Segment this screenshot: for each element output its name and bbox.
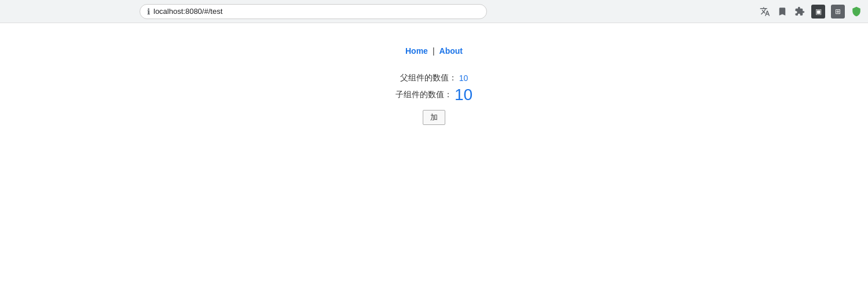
parent-value-number: 10 xyxy=(459,73,468,83)
child-value-row: 子组件的数值： 10 xyxy=(395,87,473,103)
address-text: localhost:8080/#/test xyxy=(153,7,479,16)
shield-icon[interactable] xyxy=(851,6,862,17)
browser-chrome: ℹ localhost:8080/#/test ▣ ⊞ xyxy=(0,0,868,23)
add-button[interactable]: 加 xyxy=(423,110,445,125)
about-link[interactable]: About xyxy=(440,46,463,56)
screenshot-icon[interactable]: ⊞ xyxy=(831,5,845,19)
parent-value-label: 父组件的数值： xyxy=(400,73,457,83)
info-icon: ℹ xyxy=(147,7,150,16)
address-bar[interactable]: ℹ localhost:8080/#/test xyxy=(140,4,487,19)
profile-icon[interactable]: ▣ xyxy=(811,5,825,19)
browser-actions: ▣ ⊞ xyxy=(759,5,862,19)
bookmark-icon[interactable] xyxy=(777,6,788,17)
translate-icon[interactable] xyxy=(759,6,771,17)
home-link[interactable]: Home xyxy=(405,46,428,56)
nav-bar: Home | About xyxy=(405,46,463,56)
parent-value-row: 父组件的数值： 10 xyxy=(400,73,468,83)
child-value-label: 子组件的数值： xyxy=(395,90,452,100)
nav-separator: | xyxy=(433,46,435,56)
extensions-icon[interactable] xyxy=(794,6,805,17)
page-content: Home | About 父组件的数值： 10 子组件的数值： 10 加 xyxy=(0,23,868,302)
content-area: 父组件的数值： 10 子组件的数值： 10 加 xyxy=(395,73,473,125)
child-value-number: 10 xyxy=(455,87,473,103)
